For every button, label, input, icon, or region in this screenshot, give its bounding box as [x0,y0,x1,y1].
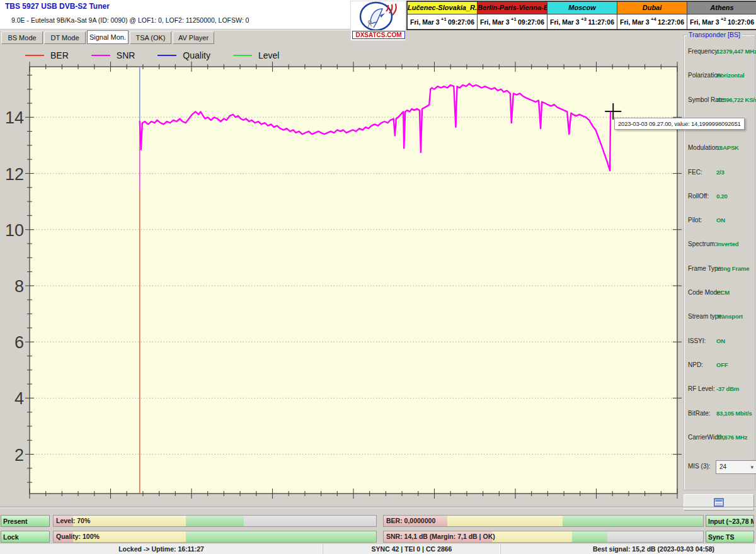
legend-label: BER [50,50,69,60]
transponder-row-modulation: Modulation:16APSK [684,144,755,153]
field-value: 2/3 [716,169,724,176]
field-value: 31396,722 KS/s [716,96,756,103]
satellite-dish-icon [351,1,404,30]
field-value: ON [716,217,725,223]
field-label: Pilot: [688,217,702,223]
clock-value: 09:27:06 [448,18,474,26]
transponder-row-frequency: Frequency:12379,447 MHz [684,48,755,57]
chevron-down-icon: ▾ [750,461,753,473]
transponder-row-rolloff: RollOff:0.20 [684,193,755,201]
meter-segment-green [186,531,376,542]
y-axis-label: 8 [14,277,24,296]
legend-color-line [25,55,44,56]
transponder-row-frametype: Frame Type:Long Frame [684,265,755,274]
transponder-row-streamtype: Stream type:Transport [684,313,755,322]
meter-segments [54,531,376,542]
transponder-row-spectrum: Spectrum:Inverted [684,240,755,249]
meter-level: Level: 70% [53,515,377,527]
tab-signal-mon-[interactable]: Signal Mon. [87,30,129,44]
transponder-row-pilot: Pilot:ON [684,217,755,225]
clock-date: Fri, Mar 3 [550,18,580,26]
chart-legend: BERSNRQualityLevel [25,49,302,62]
transponder-row-fec: FEC:2/3 [684,169,755,178]
clock-city-label: Moscow [547,2,617,14]
meter-segment-green [186,516,244,526]
clock-city-label: Berlin-Paris-Vienna-Belgrade [478,2,547,14]
tab-tsa-ok-[interactable]: TSA (OK) [130,31,171,44]
field-value: 83,105 Mbit/s [716,410,752,417]
clock-time: Fri, Mar 3+109:27:06 [478,14,547,29]
clock-utc-offset: +2 [721,16,726,22]
legend-label: Level [258,50,279,60]
status-chunk-input: Input (~23,78 Mbps) [706,515,754,527]
snr-history-chart[interactable]: 2468101214 [0,44,683,513]
tab-av-player[interactable]: AV Player [173,31,214,44]
meter-segment-yellow [447,516,563,526]
clock-value: 10:27:06 [728,18,754,26]
clock-date: Fri, Mar 3 [480,18,510,26]
legend-item-snr: SNR [91,50,135,60]
clock-city-label: Athens [687,2,756,14]
field-label: RF Level: [688,385,715,392]
clock-utc-offset: +3 [581,16,587,22]
tab-bs-mode[interactable]: BS Mode [1,31,43,44]
meter-label: Level: 70% [56,516,90,526]
transponder-row-codemode: Code Mode:CCM [684,289,755,298]
field-value: 0.20 [716,193,728,200]
legend-item-level: Level [233,50,279,60]
clock-utc-offset: +1 [511,16,517,22]
transponder-panel-title: Transponder [BS] [687,31,742,38]
meter-segment-green [572,531,607,542]
status-bar: Locked -> Uptime: 16:11:27 SYNC 42 | TEI… [0,543,756,554]
mis-value: 24 [719,463,726,470]
field-value: Transport [716,313,743,320]
y-axis-label: 6 [14,333,24,352]
chart-tooltip: 2023-03-03 09.27.00, value: 14,199999809… [614,118,745,130]
transponder-row-issyi: ISSYI:ON [684,337,755,346]
tab-dt-mode[interactable]: DT Mode [44,31,86,44]
y-axis-label: 4 [14,389,24,408]
field-label: ISSYI: [688,337,706,344]
transponder-row-carrierwidth: CarrierWidth:37,676 MHz [684,434,755,443]
transponder-row-rflevel: RF Level:-37 dBm [684,385,755,394]
meter-segment-gray [607,531,703,542]
transponder-panel: Transponder [BS] MIS (3): 24 ▾ Frequency… [684,35,755,490]
field-value: -37 dBm [716,385,739,392]
meter-label: BER: 0,0000000 [386,516,435,526]
signal-meter-row-1: PresentLevel: 70%BER: 0,0000000Input (~2… [0,515,756,528]
field-value: Horizontal [716,72,744,79]
meter-label: SNR: 14,1 dB (Margin: 7,1 dB | OK) [386,531,495,542]
meter-snr: SNR: 14,1 dB (Margin: 7,1 dB | OK) [383,531,704,543]
mis-label: MIS (3): [688,463,711,470]
signal-meter-row-2: LockQuality: 100%SNR: 14,1 dB (Margin: 7… [0,531,756,544]
field-label: Modulation: [688,144,721,151]
legend-item-ber: BER [25,50,69,60]
window-title: TBS 5927 USB DVB-S2 Tuner [5,2,110,11]
legend-label: Quality [183,50,210,60]
y-axis-label: 2 [14,446,24,465]
mis-dropdown[interactable]: 24 ▾ [716,460,756,474]
clock-date: Fri, Mar 3 [410,18,440,26]
clock-4: AthensFri, Mar 3+210:27:06 [687,2,756,29]
field-value: CCM [716,289,730,296]
y-axis-label: 10 [5,221,24,240]
clock-city-label: Lučenec-Slovakia_R.Dávid [408,2,477,14]
meter-segment-yellow [492,531,572,542]
field-label: Spectrum: [688,240,717,247]
world-clocks: Lučenec-Slovakia_R.DávidFri, Mar 3+109:2… [406,1,756,30]
field-value: 37,676 MHz [716,434,747,441]
meter-quality: Quality: 100% [53,531,377,543]
status-chunk-lock: Lock [1,531,50,543]
field-label: RollOff: [688,193,709,200]
field-label: BitRate: [688,410,711,417]
clock-value: 11:27:06 [588,18,614,26]
clock-1: Berlin-Paris-Vienna-BelgradeFri, Mar 3+1… [478,2,547,29]
clock-time: Fri, Mar 3+210:27:06 [687,14,756,29]
clock-2: MoscowFri, Mar 3+311:27:06 [547,2,617,29]
field-value: Inverted [716,240,738,247]
ts-info-button[interactable] [684,494,754,511]
clock-utc-offset: +4 [651,16,656,22]
transponder-row-npd: NPD:OFF [684,361,755,370]
mis-row: MIS (3): 24 ▾ [684,460,755,474]
clock-value: 09:27:06 [518,18,544,26]
